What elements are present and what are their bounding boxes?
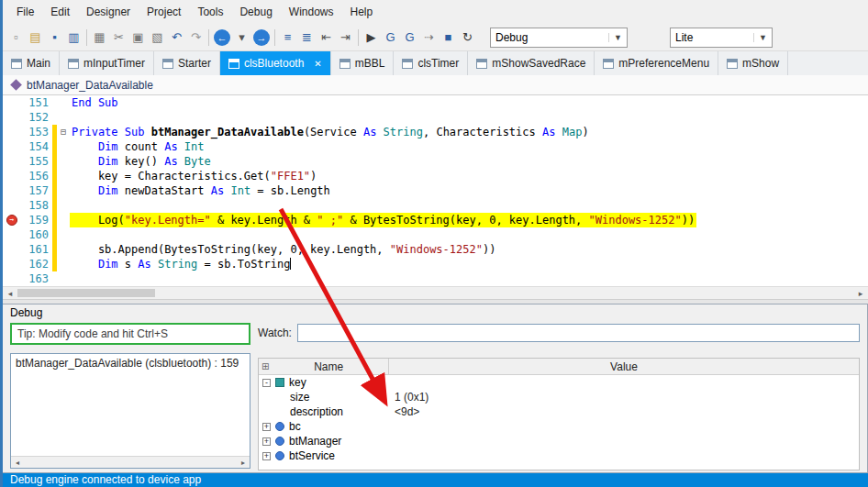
breakpoint-gutter[interactable] bbox=[3, 271, 21, 286]
menu-item-project[interactable]: Project bbox=[139, 2, 189, 22]
code-line[interactable]: 162 Dim s As String = sb.ToString bbox=[3, 257, 868, 271]
menu-item-windows[interactable]: Windows bbox=[281, 2, 342, 22]
comment-icon[interactable]: ≡ bbox=[278, 28, 297, 48]
call-stack-item[interactable]: btManager_DataAvailable (clsbluetooth) :… bbox=[11, 354, 250, 372]
navigate-forward-icon[interactable]: → bbox=[253, 29, 270, 46]
indent-icon[interactable]: ⇥ bbox=[336, 28, 355, 48]
new-icon[interactable]: ▫ bbox=[6, 28, 26, 48]
expand-icon[interactable]: + bbox=[262, 437, 271, 446]
code-line[interactable]: 154 Dim count As Int bbox=[3, 139, 868, 154]
breakpoint-gutter[interactable] bbox=[3, 154, 21, 169]
menu-item-edit[interactable]: Edit bbox=[42, 2, 78, 22]
run-icon[interactable]: ▶ bbox=[362, 28, 381, 48]
redo-icon[interactable]: ↷ bbox=[186, 28, 206, 48]
code-line[interactable]: →159 Log("key.Length=" & key.Length & " … bbox=[3, 213, 868, 227]
code-line[interactable]: 152 bbox=[3, 110, 868, 125]
breakpoint-current-line-icon[interactable]: → bbox=[6, 215, 17, 226]
scrollbar-track[interactable] bbox=[155, 287, 853, 299]
code-line[interactable]: 155 Dim key() As Byte bbox=[3, 154, 868, 169]
code-line[interactable]: 158 bbox=[3, 198, 868, 213]
debug-mode-select[interactable]: Debug ▼ bbox=[490, 28, 628, 48]
collapse-icon[interactable]: - bbox=[262, 379, 271, 387]
code-line[interactable]: 153⊟Private Sub btManager_DataAvailable(… bbox=[3, 125, 868, 139]
call-stack-scrollbar[interactable]: ◂ ▸ bbox=[11, 456, 250, 468]
menu-item-debug[interactable]: Debug bbox=[231, 2, 280, 22]
watch-row[interactable]: -key bbox=[259, 375, 859, 390]
scroll-left-icon[interactable]: ◂ bbox=[11, 457, 24, 468]
tab-clsbluetooth[interactable]: clsBluetooth✕ bbox=[220, 51, 331, 75]
column-header-value[interactable]: Value bbox=[389, 359, 859, 374]
breakpoint-gutter[interactable] bbox=[3, 139, 21, 154]
close-tab-icon[interactable]: ✕ bbox=[314, 59, 321, 69]
scrollbar-thumb[interactable] bbox=[17, 289, 155, 297]
expand-icon[interactable]: + bbox=[262, 452, 271, 460]
watch-row[interactable]: description<9d> bbox=[259, 404, 859, 419]
menu-item-tools[interactable]: Tools bbox=[189, 2, 231, 22]
undo-icon[interactable]: ↶ bbox=[167, 28, 186, 48]
tab-starter[interactable]: Starter bbox=[154, 51, 220, 75]
breakpoint-gutter[interactable] bbox=[3, 110, 21, 125]
module-icon bbox=[68, 59, 79, 69]
breakpoint-gutter[interactable] bbox=[3, 257, 21, 271]
editor-horizontal-scrollbar[interactable]: ◂ ▸ bbox=[3, 286, 868, 299]
tab-main[interactable]: Main bbox=[3, 51, 60, 75]
restart-icon[interactable]: ↻ bbox=[458, 28, 477, 48]
menu-item-help[interactable]: Help bbox=[342, 2, 382, 22]
menu-item-file[interactable]: File bbox=[8, 2, 42, 22]
code-line[interactable]: 163 bbox=[3, 271, 868, 286]
build-config-select[interactable]: Lite ▼ bbox=[670, 28, 773, 48]
tab-label: clsTimer bbox=[417, 57, 459, 70]
breakpoint-gutter[interactable] bbox=[3, 169, 21, 183]
save-all-icon[interactable]: ▥ bbox=[64, 28, 83, 48]
scroll-right-icon[interactable]: ▸ bbox=[237, 457, 250, 468]
expand-icon[interactable]: + bbox=[262, 423, 271, 431]
save-icon[interactable]: ▪ bbox=[45, 28, 64, 48]
step-into-icon[interactable]: G bbox=[400, 28, 419, 48]
tab-minputtimer[interactable]: mInputTimer bbox=[60, 51, 154, 75]
open-icon[interactable]: ▤ bbox=[26, 28, 45, 48]
watch-row[interactable]: +btManager bbox=[259, 434, 859, 448]
navigate-dropdown-icon[interactable]: ▾ bbox=[232, 28, 251, 48]
navigate-back-icon[interactable]: ← bbox=[214, 29, 230, 46]
code-token: Dim bbox=[98, 258, 118, 271]
menu-item-designer[interactable]: Designer bbox=[78, 2, 139, 22]
stop-icon[interactable]: ■ bbox=[439, 28, 458, 48]
code-line[interactable]: 151End Sub bbox=[3, 95, 868, 110]
scrollbar-track[interactable] bbox=[24, 457, 237, 468]
breakpoint-gutter[interactable]: → bbox=[3, 213, 21, 227]
watch-row[interactable]: +btService bbox=[259, 448, 859, 463]
code-line[interactable]: 160 bbox=[3, 227, 868, 242]
tab-mshow[interactable]: mShow bbox=[718, 51, 788, 75]
breakpoint-gutter[interactable] bbox=[3, 198, 21, 213]
breakpoint-gutter[interactable] bbox=[3, 95, 21, 110]
code-line[interactable]: 156 key = Characteristics.Get("FFE1") bbox=[3, 169, 868, 183]
scroll-right-icon[interactable]: ▸ bbox=[853, 287, 868, 299]
designer-icon[interactable]: ▦ bbox=[90, 28, 109, 48]
fold-collapse-icon[interactable]: ⊟ bbox=[57, 125, 70, 139]
code-line[interactable]: 157 Dim newDataStart As Int = sb.Length bbox=[3, 183, 868, 198]
breakpoint-gutter[interactable] bbox=[3, 242, 21, 257]
code-editor[interactable]: 151End Sub152153⊟Private Sub btManager_D… bbox=[3, 95, 868, 286]
tab-mbbl[interactable]: mBBL bbox=[331, 51, 395, 75]
code-line[interactable]: 161 sb.Append(BytesToString(key, 0, key.… bbox=[3, 242, 868, 257]
expand-tree-icon[interactable]: ⊞ bbox=[262, 361, 269, 371]
tab-mpreferencemenu[interactable]: mPreferenceMenu bbox=[595, 51, 718, 75]
resume-icon[interactable]: G bbox=[381, 28, 400, 48]
step-out-icon[interactable]: ⇢ bbox=[419, 28, 439, 48]
outdent-icon[interactable]: ⇤ bbox=[317, 28, 336, 48]
breakpoint-gutter[interactable] bbox=[3, 183, 21, 198]
tab-mshowsavedrace[interactable]: mShowSavedRace bbox=[468, 51, 595, 75]
breakpoint-gutter[interactable] bbox=[3, 125, 21, 139]
watch-input[interactable] bbox=[297, 324, 860, 342]
watch-row[interactable]: +bc bbox=[259, 419, 859, 434]
scroll-left-icon[interactable]: ◂ bbox=[3, 287, 17, 299]
breakpoint-gutter[interactable] bbox=[3, 227, 21, 242]
cut-icon[interactable]: ✂ bbox=[109, 28, 128, 48]
uncomment-icon[interactable]: ≣ bbox=[297, 28, 317, 48]
tab-clstimer[interactable]: clsTimer bbox=[394, 51, 468, 75]
paste-icon[interactable]: ▧ bbox=[148, 28, 167, 48]
watch-row[interactable]: size1 (0x1) bbox=[259, 390, 859, 404]
copy-icon[interactable]: ▣ bbox=[128, 28, 148, 48]
column-header-name-cell[interactable]: ⊞ Name bbox=[259, 359, 389, 374]
breadcrumb[interactable]: btManager_DataAvailable bbox=[3, 75, 868, 95]
